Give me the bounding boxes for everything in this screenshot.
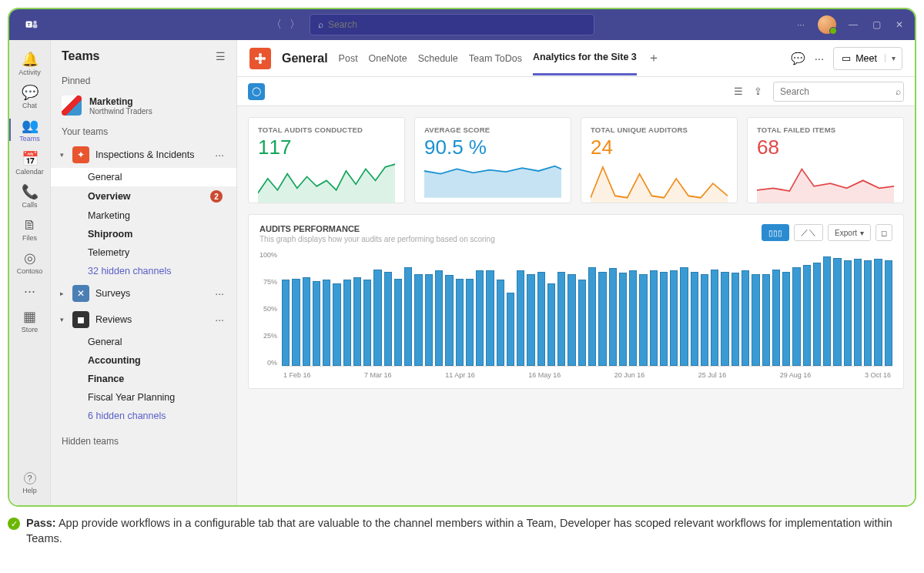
back-button[interactable]: 〈 xyxy=(271,18,282,32)
global-search[interactable]: ⌕ xyxy=(310,14,594,35)
rail-files[interactable]: 🗎Files xyxy=(9,213,51,245)
more-icon[interactable]: ··· xyxy=(815,52,825,65)
team-more-icon[interactable]: ··· xyxy=(212,149,227,161)
global-search-input[interactable] xyxy=(328,19,586,30)
chart-bar xyxy=(833,258,841,366)
chart-bar xyxy=(639,274,647,366)
channel-item[interactable]: General xyxy=(51,168,236,186)
chart-bar xyxy=(650,270,658,366)
svg-text:T: T xyxy=(28,22,31,27)
channel-item[interactable]: Overview2 xyxy=(88,186,236,206)
chart-bar xyxy=(864,260,872,366)
unread-badge: 2 xyxy=(210,190,223,203)
team-row-reviews[interactable]: ▾ ◼ Reviews ··· xyxy=(51,307,236,333)
channel-item[interactable]: 32 hidden channels xyxy=(88,262,236,280)
rail-calls[interactable]: 📞Calls xyxy=(9,180,51,212)
performance-chart xyxy=(282,251,892,367)
meet-dropdown[interactable]: ▾ xyxy=(885,54,902,62)
tab-onenote[interactable]: OneNote xyxy=(369,42,407,75)
team-row-surveys[interactable]: ▸ ✕ Surveys ··· xyxy=(51,280,236,307)
channel-item[interactable]: Finance xyxy=(88,370,236,388)
conversation-icon[interactable]: 💬 xyxy=(791,52,805,65)
chart-bar xyxy=(670,270,678,366)
chart-bar xyxy=(691,272,698,366)
team-row-inspections[interactable]: ▾ ✦ Inspections & Incidents ··· xyxy=(51,142,236,168)
team-more-icon[interactable]: ··· xyxy=(212,313,227,326)
tab-post[interactable]: Post xyxy=(339,42,358,75)
pinned-team-marketing[interactable]: Marketing Northwind Traders xyxy=(51,91,236,120)
bookmark-button[interactable]: ◻ xyxy=(875,224,892,241)
tab-schedule[interactable]: Schedule xyxy=(418,42,458,75)
chart-bar xyxy=(445,275,453,366)
titlebar: T 〈 〉 ⌕ ··· — ▢ ✕ xyxy=(9,9,915,40)
add-tab-button[interactable]: ＋ xyxy=(648,50,660,66)
chart-bar xyxy=(476,270,484,366)
svg-point-2 xyxy=(33,21,37,25)
rail-calendar[interactable]: 📅Calendar xyxy=(9,147,51,179)
more-icon[interactable]: ··· xyxy=(795,19,807,30)
tab-todos[interactable]: Team ToDos xyxy=(469,42,522,75)
chart-bar xyxy=(323,280,330,366)
chart-bar xyxy=(772,270,780,366)
store-icon: ▦ xyxy=(23,310,36,323)
chat-icon: 💬 xyxy=(22,85,38,99)
app-search[interactable]: ⌕ xyxy=(773,82,904,102)
rail-activity[interactable]: 🔔Activity xyxy=(9,48,51,79)
channel-item[interactable]: Accounting xyxy=(88,351,236,370)
channel-avatar-icon xyxy=(249,48,271,69)
rail-chat[interactable]: 💬Chat xyxy=(9,81,51,112)
app-window: T 〈 〉 ⌕ ··· — ▢ ✕ 🔔Activity 💬Chat 👥Teams… xyxy=(8,8,916,507)
kpi-value: 90.5 % xyxy=(424,136,561,159)
channel-item[interactable]: Marketing xyxy=(88,206,236,225)
user-avatar[interactable] xyxy=(818,15,836,34)
hidden-teams-link[interactable]: Hidden teams xyxy=(51,425,236,457)
kpi-card: AVERAGE SCORE90.5 % xyxy=(414,117,571,203)
y-tick: 75% xyxy=(259,278,277,286)
forward-button[interactable]: 〉 xyxy=(290,18,300,32)
chart-bar xyxy=(517,270,524,366)
chart-bar xyxy=(333,283,340,366)
meet-button[interactable]: ▭Meet ▾ xyxy=(833,47,902,70)
rail-help[interactable]: ?Help xyxy=(9,467,51,498)
channel-item[interactable]: General xyxy=(88,333,236,351)
chart-bar xyxy=(629,270,637,366)
rail-store[interactable]: ▦Store xyxy=(9,305,51,337)
validation-verdict: ✓ Pass: App provide workflows in a confi… xyxy=(8,516,916,546)
phone-icon: 📞 xyxy=(22,185,38,199)
team-logo-icon xyxy=(62,96,82,116)
minimize-button[interactable]: — xyxy=(847,19,859,30)
x-tick: 29 Aug 16 xyxy=(780,371,812,379)
channel-item[interactable]: 6 hidden channels xyxy=(88,407,236,425)
chart-type-bar-button[interactable]: ▯▯▯ xyxy=(762,224,789,241)
kpi-value: 68 xyxy=(757,136,894,159)
performance-title: AUDITS PERFORMANCE xyxy=(259,224,495,233)
rail-more[interactable]: ··· xyxy=(9,280,51,303)
share-icon[interactable]: ⇪ xyxy=(754,85,762,97)
pinned-team-name: Marketing xyxy=(89,96,152,107)
app-logo-icon: ◯ xyxy=(248,83,265,100)
pinned-team-sub: Northwind Traders xyxy=(89,107,152,116)
close-button[interactable]: ✕ xyxy=(893,19,906,30)
chart-bar xyxy=(343,280,351,366)
channel-item[interactable]: Fiscal Year Planning xyxy=(88,388,236,407)
app-search-input[interactable] xyxy=(780,86,896,97)
team-avatar-icon: ✕ xyxy=(72,285,89,302)
filter-icon[interactable]: ☰ xyxy=(734,85,743,97)
team-more-icon[interactable]: ··· xyxy=(212,287,227,300)
chart-type-line-button[interactable]: ／＼ xyxy=(794,224,823,241)
chart-bar xyxy=(537,272,545,366)
file-icon: 🗎 xyxy=(23,218,37,232)
bell-icon: 🔔 xyxy=(22,52,38,66)
chart-bar xyxy=(823,256,831,366)
channel-item[interactable]: Shiproom xyxy=(88,225,236,243)
channel-item[interactable]: Telemetry xyxy=(88,243,236,262)
export-button[interactable]: Export ▾ xyxy=(828,224,871,241)
x-tick: 16 May 16 xyxy=(528,371,561,379)
filter-icon[interactable]: ☰ xyxy=(216,50,226,62)
rail-teams[interactable]: 👥Teams xyxy=(9,114,51,146)
maximize-button[interactable]: ▢ xyxy=(870,19,882,30)
tab-analytics[interactable]: Analytics for the Site 3 xyxy=(533,41,637,75)
app-rail: 🔔Activity 💬Chat 👥Teams 📅Calendar 📞Calls … xyxy=(9,40,51,505)
chart-bar xyxy=(353,277,361,366)
rail-contoso[interactable]: ◎Contoso xyxy=(9,246,51,278)
